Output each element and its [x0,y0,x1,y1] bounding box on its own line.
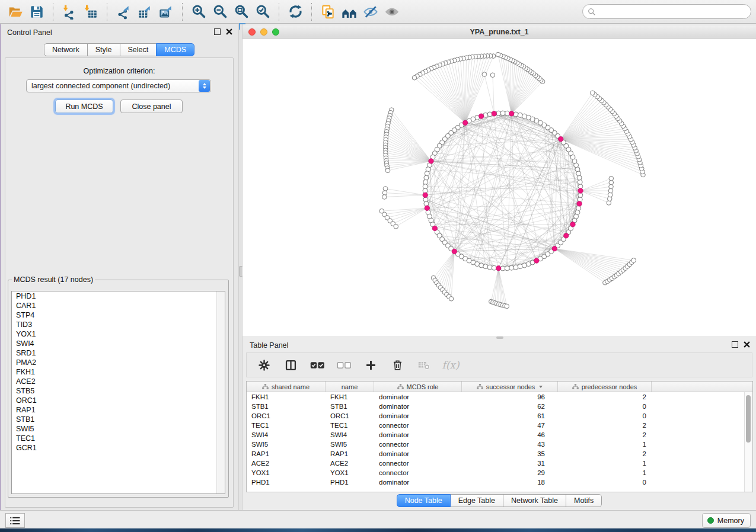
network-node[interactable] [424,201,429,206]
table-cell[interactable]: 31 [462,460,558,467]
network-node[interactable] [423,180,428,184]
mcds-node[interactable] [429,159,433,164]
table-cell[interactable]: 1 [558,460,652,467]
network-node[interactable] [412,76,417,81]
network-node[interactable] [423,197,428,202]
mcds-node[interactable] [577,201,582,206]
export-table-button[interactable] [134,2,155,22]
network-node[interactable] [482,72,487,77]
window-zoom-light[interactable] [272,28,279,36]
vertical-splitter[interactable] [238,24,243,510]
table-cell[interactable]: SWI5 [247,441,326,448]
table-cell[interactable]: 2 [558,422,652,429]
network-node[interactable] [608,188,613,193]
network-canvas[interactable] [243,39,756,336]
mcds-node[interactable] [423,193,428,197]
memory-button[interactable]: Memory [702,513,751,528]
table-cell[interactable]: 0 [558,412,652,419]
window-close-light[interactable] [248,28,256,36]
network-node[interactable] [505,304,509,309]
network-node[interactable] [424,175,429,180]
table-cell[interactable]: 96 [462,393,558,400]
network-node[interactable] [487,265,492,270]
close-panel-icon[interactable] [226,28,232,35]
network-node[interactable] [509,265,514,270]
table-scrollbar-thumb[interactable] [746,395,751,443]
close-panel-button[interactable]: Close panel [120,100,183,113]
refresh-button[interactable] [285,2,306,22]
table-cell[interactable]: 46 [462,431,558,438]
table-row[interactable]: SWI4SWI4dominator462 [247,430,752,440]
table-cell[interactable]: ACE2 [326,460,374,467]
mcds-list-scrollbar[interactable] [216,291,225,493]
import-table-button[interactable] [80,2,101,22]
network-node[interactable] [609,184,614,189]
toggle-row-panel-button[interactable] [5,513,25,528]
mcds-result-item[interactable]: STB5 [12,386,225,396]
table-cell[interactable]: RAP1 [326,450,374,457]
network-node[interactable] [608,193,613,197]
mcds-node[interactable] [564,233,569,238]
tab-node-table[interactable]: Node Table [397,494,451,507]
column-header-predecessor-nodes[interactable]: predecessor nodes [558,382,652,392]
table-row[interactable]: PHD1PHD1dominator180 [247,477,752,487]
table-cell[interactable]: FKH1 [247,393,326,400]
table-cell[interactable]: 35 [462,450,558,457]
mcds-result-item[interactable]: YOX1 [12,329,225,339]
select-all-rows-button[interactable] [308,356,326,374]
network-node[interactable] [505,111,509,116]
float-table-panel-icon[interactable] [732,341,738,348]
column-header-shared-name[interactable]: shared name [247,382,326,392]
table-cell[interactable]: 18 [462,479,558,486]
table-cell[interactable]: connector [374,441,462,448]
network-node[interactable] [449,297,454,302]
mcds-result-list[interactable]: PHD1CAR1STP4TID3YOX1SWI4SRD1PMA2FKH1ACE2… [11,291,225,494]
mcds-node[interactable] [496,266,501,271]
table-cell[interactable]: connector [374,469,462,476]
mcds-node[interactable] [578,188,583,193]
export-image-button[interactable] [155,2,177,22]
column-header-MCDS-role[interactable]: MCDS role [374,382,462,392]
column-header-name[interactable]: name [326,382,374,392]
tab-network-table[interactable]: Network Table [503,494,566,507]
mcds-result-item[interactable]: TID3 [12,320,225,329]
table-row[interactable]: YOX1YOX1connector291 [247,468,752,477]
table-cell[interactable]: PHD1 [247,479,326,486]
table-cell[interactable]: ACE2 [247,460,326,467]
tab-network[interactable]: Network [44,43,88,56]
network-node[interactable] [382,191,387,196]
table-cell[interactable]: ORC1 [326,412,374,419]
mcds-result-item[interactable]: FKH1 [12,367,225,377]
network-node[interactable] [496,52,500,57]
table-cell[interactable]: RAP1 [247,450,326,457]
tab-motifs[interactable]: Motifs [566,494,602,507]
mcds-node[interactable] [534,258,539,263]
tab-mcds[interactable]: MCDS [156,43,194,56]
table-cell[interactable]: YOX1 [326,469,374,476]
table-cell[interactable]: STB1 [247,403,326,410]
run-mcds-button[interactable]: Run MCDS [55,100,113,113]
network-node[interactable] [490,73,495,78]
mcds-node[interactable] [552,246,557,251]
table-cell[interactable]: PHD1 [326,479,374,486]
split-panel-button[interactable] [282,356,299,374]
table-row[interactable]: TEC1TEC1connector472 [247,421,752,430]
network-node[interactable] [591,91,595,95]
delete-column-button[interactable] [388,356,406,374]
search-input[interactable] [599,7,746,17]
export-network-button[interactable] [113,2,134,22]
network-node[interactable] [383,187,388,191]
table-cell[interactable]: dominator [374,479,462,486]
table-cell[interactable]: dominator [374,412,462,419]
first-neighbors-button[interactable] [339,2,360,22]
column-header-successor-nodes[interactable]: successor nodes [462,382,558,392]
table-cell[interactable]: 2 [558,393,652,400]
table-cell[interactable]: 61 [462,412,558,419]
mcds-result-item[interactable]: ORC1 [12,396,225,405]
table-cell[interactable]: SWI5 [326,441,374,448]
table-cell[interactable]: connector [374,422,462,429]
horizontal-splitter-grip[interactable] [496,336,503,339]
table-cell[interactable]: SWI4 [247,431,326,438]
zoom-out-button[interactable] [209,2,231,22]
network-node[interactable] [513,265,518,270]
